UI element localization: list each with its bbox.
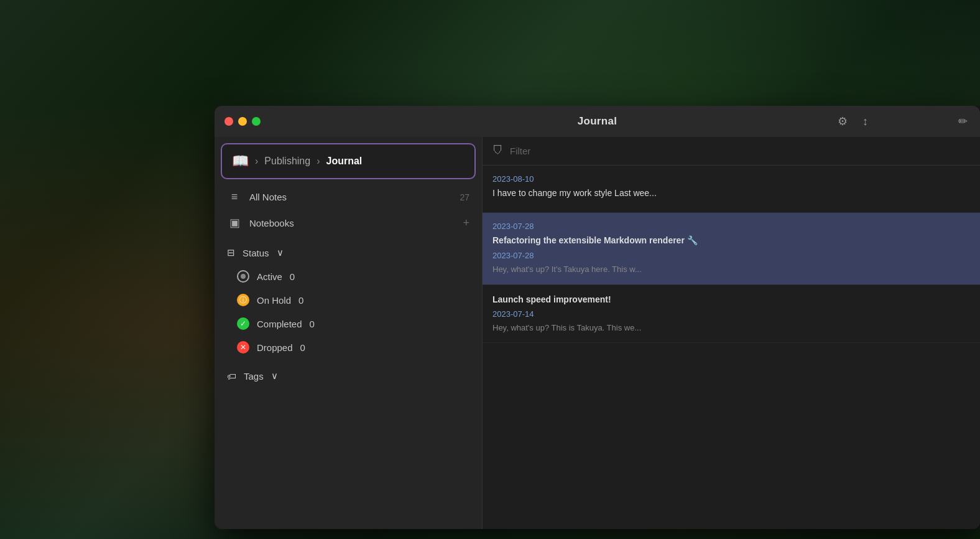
status-header[interactable]: ⊟ Status ∨ (215, 241, 482, 265)
sort-icon: ↕ (862, 115, 868, 128)
status-item-onhold[interactable]: ⓘ On Hold 0 (227, 288, 482, 312)
completed-count: 0 (310, 319, 315, 329)
main-content: 📖 › Publishing › Journal ≡ All Notes 27 … (215, 137, 980, 529)
note-date-3: 2023-07-14 (492, 309, 970, 319)
status-chevron-icon: ∨ (277, 247, 284, 258)
notebooks-add-icon[interactable]: + (463, 217, 469, 230)
notebooks-label: Notebooks (249, 218, 455, 228)
sort-button[interactable]: ↕ (862, 115, 868, 128)
status-children: Active 0 ⓘ On Hold 0 ✓ Completed 0 (215, 265, 482, 359)
completed-dot: ✓ (237, 317, 249, 330)
sidebar-item-all-notes[interactable]: ≡ All Notes 27 (215, 184, 482, 210)
edit-icon: ✏ (958, 115, 968, 128)
window-title: Journal (578, 115, 617, 128)
app-window: ⚙ ↕ Journal ✏ 📖 › Publishing › Journal (215, 106, 980, 529)
sidebar-item-tags[interactable]: 🏷 Tags ∨ (215, 364, 482, 388)
sidebar-section-notes: ≡ All Notes 27 ▣ Notebooks + (215, 179, 482, 241)
breadcrumb-separator-2: › (317, 156, 320, 167)
onhold-dot: ⓘ (237, 294, 249, 306)
tags-icon: 🏷 (227, 371, 236, 382)
status-group: ⊟ Status ∨ Active 0 ⓘ (215, 241, 482, 364)
traffic-lights (224, 117, 261, 126)
all-notes-icon: ≡ (227, 190, 242, 204)
edit-button-wrapper: ✏ (958, 115, 968, 128)
gear-icon: ⚙ (838, 115, 848, 128)
note-items: 2023-08-10 I have to change my work styl… (483, 166, 980, 529)
filter-placeholder[interactable]: Filter (510, 146, 530, 156)
titlebar-icons: ⚙ ↕ (838, 115, 868, 128)
tags-chevron-icon: ∨ (271, 370, 278, 382)
note-date-1: 2023-08-10 (492, 174, 970, 184)
status-item-completed[interactable]: ✓ Completed 0 (227, 312, 482, 335)
note-title-3: Launch speed improvement! (492, 294, 970, 306)
edit-button[interactable]: ✏ (958, 115, 968, 128)
gear-button[interactable]: ⚙ (838, 115, 848, 128)
note-preview-3: Hey, what's up? This is Takuya. This we.… (492, 322, 970, 334)
active-dot (237, 270, 249, 283)
breadcrumb-current: Journal (326, 156, 362, 167)
note-date-2: 2023-07-28 (492, 222, 970, 231)
status-label: Status (243, 248, 269, 258)
maximize-button[interactable] (252, 117, 261, 126)
dropped-count: 0 (300, 342, 305, 353)
note-title-2: Refactoring the extensible Markdown rend… (492, 235, 970, 247)
status-item-dropped[interactable]: ✕ Dropped 0 (227, 335, 482, 359)
active-dot-inner (241, 274, 246, 279)
dropped-label: Dropped (257, 342, 293, 353)
filter-bar: ⛉ Filter (483, 137, 980, 166)
onhold-count: 0 (298, 295, 303, 306)
close-button[interactable] (224, 117, 233, 126)
titlebar: ⚙ ↕ Journal ✏ (215, 106, 980, 137)
breadcrumb-parent[interactable]: Publishing (264, 156, 310, 167)
onhold-label: On Hold (257, 295, 291, 306)
note-preview-text-2: Hey, what's up? It's Takuya here. This w… (492, 264, 970, 275)
note-title-1: I have to change my work style Last wee.… (492, 187, 970, 200)
breadcrumb[interactable]: 📖 › Publishing › Journal (221, 143, 476, 179)
note-item-1[interactable]: 2023-08-10 I have to change my work styl… (483, 166, 980, 213)
all-notes-label: All Notes (249, 192, 452, 202)
sidebar-item-notebooks[interactable]: ▣ Notebooks + (215, 210, 482, 236)
tags-label: Tags (244, 371, 264, 382)
note-preview-2: 2023-07-28 (492, 250, 970, 261)
note-item-2[interactable]: 2023-07-28 Refactoring the extensible Ma… (483, 213, 980, 285)
note-list: ⛉ Filter 2023-08-10 I have to change my … (482, 137, 980, 529)
active-count: 0 (290, 271, 295, 282)
status-item-active[interactable]: Active 0 (227, 265, 482, 288)
sidebar: 📖 › Publishing › Journal ≡ All Notes 27 … (215, 137, 482, 529)
filter-icon: ⛉ (492, 144, 504, 157)
active-label: Active (257, 271, 282, 282)
breadcrumb-separator-1: › (255, 156, 258, 167)
status-icon: ⊟ (227, 247, 235, 258)
completed-label: Completed (257, 319, 302, 329)
note-item-3[interactable]: Launch speed improvement! 2023-07-14 Hey… (483, 285, 980, 344)
dropped-dot: ✕ (237, 341, 249, 354)
notebooks-icon: ▣ (227, 216, 242, 230)
minimize-button[interactable] (238, 117, 247, 126)
all-notes-count: 27 (460, 192, 469, 202)
notebook-icon: 📖 (232, 153, 249, 169)
